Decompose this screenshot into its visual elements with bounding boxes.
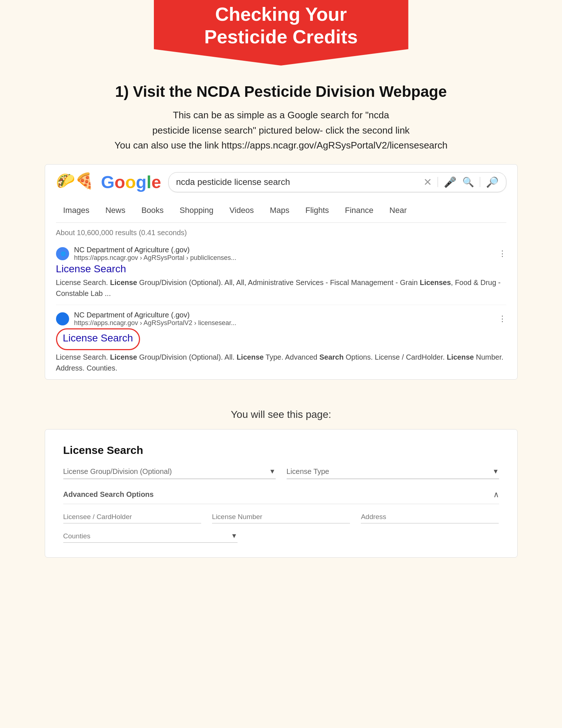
emoji-food: 🌮 <box>56 172 75 190</box>
result-1-source-block: NC Department of Agriculture (.gov) http… <box>74 246 236 262</box>
google-search-mockup: 🌮 🍕 Google ncda pesticide license search… <box>45 164 518 380</box>
desc-line3: You can also use the link https://apps.n… <box>115 140 447 151</box>
google-search-bar[interactable]: ncda pesticide license search ✕ 🎤 🔍 🔎 <box>168 172 506 192</box>
desc-line2: pesticide license search" pictured below… <box>152 125 410 136</box>
group-division-field[interactable]: License Group/Division (Optional) ▼ <box>63 467 276 479</box>
advanced-fields-row: Licensee / CardHolder License Number Add… <box>63 513 499 523</box>
logo-l: l <box>147 172 151 192</box>
address-field[interactable]: Address <box>361 513 499 523</box>
license-number-field[interactable]: License Number <box>212 513 350 523</box>
logo-o1: o <box>115 172 125 192</box>
counties-label: Counties <box>63 532 91 540</box>
result-2-title[interactable]: License Search <box>63 332 133 344</box>
result-2-favicon <box>56 312 69 325</box>
license-type-label: License Type <box>287 467 330 476</box>
advanced-toggle-icon[interactable]: ∧ <box>493 490 499 499</box>
tab-maps[interactable]: Maps <box>263 202 297 219</box>
license-search-form-title: License Search <box>63 444 499 456</box>
advanced-label: Advanced Search Options <box>63 490 154 499</box>
search-divider <box>438 177 438 187</box>
advanced-search-header[interactable]: Advanced Search Options ∧ <box>63 490 499 504</box>
logo-e: e <box>151 172 161 192</box>
google-logo: Google <box>101 172 161 192</box>
group-division-label: License Group/Division (Optional) <box>63 467 172 476</box>
desc-line1: This can be as simple as a Google search… <box>173 110 389 120</box>
mic-icon[interactable]: 🎤 <box>444 176 457 188</box>
tab-flights[interactable]: Flights <box>298 202 336 219</box>
banner: Checking Your Pesticide Credits <box>154 0 408 66</box>
svg-text:🌐: 🌐 <box>61 251 66 256</box>
search-icon[interactable]: 🔎 <box>486 176 499 188</box>
section-heading: 1) Visit the NCDA Pesticide Division Web… <box>93 83 469 100</box>
section-description: This can be as simple as a Google search… <box>85 108 477 153</box>
license-form-row-1: License Group/Division (Optional) ▼ Lice… <box>63 467 499 479</box>
license-number-label: License Number <box>212 513 262 521</box>
license-type-arrow-icon: ▼ <box>493 468 499 475</box>
banner-wrapper: Checking Your Pesticide Credits <box>0 0 562 66</box>
counties-arrow-icon: ▼ <box>231 532 238 540</box>
search-divider2 <box>480 177 480 187</box>
result-2-source: NC Department of Agriculture (.gov) <box>74 311 236 319</box>
result-1-header: 🌐 NC Department of Agriculture (.gov) ht… <box>56 246 506 262</box>
logo-g2: g <box>136 172 147 192</box>
tab-shopping[interactable]: Shopping <box>172 202 221 219</box>
svg-point-2 <box>59 316 66 322</box>
google-header: 🌮 🍕 Google ncda pesticide license search… <box>56 172 506 193</box>
logo-g: G <box>101 172 115 192</box>
tab-news[interactable]: News <box>98 202 133 219</box>
result-item-1: 🌐 NC Department of Agriculture (.gov) ht… <box>56 240 506 305</box>
counties-field[interactable]: Counties ▼ <box>63 532 238 543</box>
clear-icon[interactable]: ✕ <box>423 176 432 188</box>
result-1-source: NC Department of Agriculture (.gov) <box>74 246 236 254</box>
emoji-group: 🌮 🍕 <box>56 172 94 190</box>
results-meta: About 10,600,000 results (0.41 seconds) <box>56 223 506 240</box>
result-2-more-icon[interactable]: ⋮ <box>498 314 506 324</box>
page-preview-intro: You will see this page: <box>231 409 331 420</box>
result-2-snippet: License Search. License Group/Division (… <box>56 352 506 373</box>
license-type-field[interactable]: License Type ▼ <box>287 467 499 479</box>
address-label: Address <box>361 513 386 521</box>
result-2-source-block: NC Department of Agriculture (.gov) http… <box>74 311 236 327</box>
result-1-title[interactable]: License Search <box>56 263 126 275</box>
tab-images[interactable]: Images <box>56 202 97 219</box>
tab-finance[interactable]: Finance <box>338 202 380 219</box>
result-1-more-icon[interactable]: ⋮ <box>498 249 506 258</box>
banner-title: Checking Your Pesticide Credits <box>176 3 387 48</box>
logo-o2: o <box>125 172 136 192</box>
circle-highlight: License Search <box>56 328 140 350</box>
result-1-favicon: 🌐 <box>56 247 69 260</box>
result-item-2: NC Department of Agriculture (.gov) http… <box>56 305 506 379</box>
search-query: ncda pesticide license search <box>176 177 418 187</box>
result-1-url: https://apps.ncagr.gov › AgRSysPortal › … <box>74 254 236 262</box>
tab-books[interactable]: Books <box>134 202 171 219</box>
licensee-field[interactable]: Licensee / CardHolder <box>63 513 201 523</box>
result-2-header: NC Department of Agriculture (.gov) http… <box>56 311 506 327</box>
license-search-form: License Search License Group/Division (O… <box>45 429 518 558</box>
group-division-arrow-icon: ▼ <box>269 468 276 475</box>
lens-icon[interactable]: 🔍 <box>462 177 474 188</box>
emoji-pizza: 🍕 <box>75 172 94 190</box>
filter-tabs: Images News Books Shopping Videos Maps F… <box>56 198 506 223</box>
result-1-snippet: License Search. License Group/Division (… <box>56 277 506 299</box>
licensee-label: Licensee / CardHolder <box>63 513 132 521</box>
tab-near[interactable]: Near <box>382 202 414 219</box>
result-2-url: https://apps.ncagr.gov › AgRSysPortalV2 … <box>74 319 236 327</box>
tab-videos[interactable]: Videos <box>222 202 261 219</box>
